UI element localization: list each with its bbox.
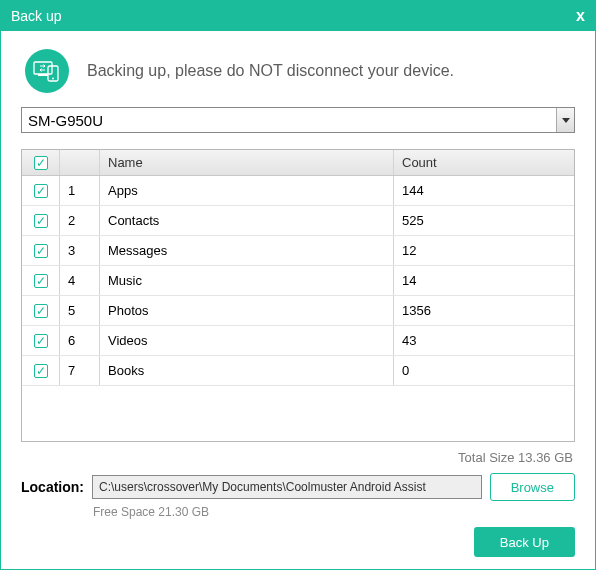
row-count: 1356: [394, 296, 574, 325]
table-row[interactable]: 5Photos1356: [22, 296, 574, 326]
window-title: Back up: [11, 8, 62, 24]
row-number: 2: [60, 206, 100, 235]
table-header: Name Count: [22, 150, 574, 176]
titlebar: Back up x: [1, 1, 595, 31]
table-body: 1Apps1442Contacts5253Messages124Music145…: [22, 176, 574, 441]
row-number: 5: [60, 296, 100, 325]
row-name: Photos: [100, 296, 394, 325]
row-count: 144: [394, 176, 574, 205]
table-row[interactable]: 6Videos43: [22, 326, 574, 356]
table-row[interactable]: 2Contacts525: [22, 206, 574, 236]
banner: Backing up, please do NOT disconnect you…: [1, 31, 595, 107]
row-name: Contacts: [100, 206, 394, 235]
row-number: 1: [60, 176, 100, 205]
backup-window: Back up x Backing up, please do NOT disc…: [0, 0, 596, 570]
row-name: Music: [100, 266, 394, 295]
free-space-label: Free Space 21.30 GB: [93, 505, 595, 519]
row-checkbox[interactable]: [34, 304, 48, 318]
banner-message: Backing up, please do NOT disconnect you…: [87, 62, 454, 80]
row-count: 14: [394, 266, 574, 295]
device-select[interactable]: SM-G950U: [21, 107, 575, 133]
row-checkbox[interactable]: [34, 364, 48, 378]
row-count: 525: [394, 206, 574, 235]
header-number-cell: [60, 150, 100, 175]
browse-button[interactable]: Browse: [490, 473, 575, 501]
row-count: 43: [394, 326, 574, 355]
close-icon[interactable]: x: [576, 7, 585, 25]
location-path-field[interactable]: C:\users\crossover\My Documents\Coolmust…: [92, 475, 482, 499]
row-count: 0: [394, 356, 574, 385]
svg-rect-0: [34, 62, 52, 74]
row-name: Messages: [100, 236, 394, 265]
row-number: 6: [60, 326, 100, 355]
row-number: 7: [60, 356, 100, 385]
svg-point-3: [52, 78, 54, 80]
table-row[interactable]: 3Messages12: [22, 236, 574, 266]
chevron-down-icon[interactable]: [556, 108, 574, 132]
header-checkbox-cell[interactable]: [22, 150, 60, 175]
device-select-value: SM-G950U: [22, 112, 556, 129]
row-number: 3: [60, 236, 100, 265]
header-count-cell[interactable]: Count: [394, 150, 574, 175]
footer: Back Up: [1, 519, 595, 569]
sync-device-icon: [25, 49, 69, 93]
table-row[interactable]: 4Music14: [22, 266, 574, 296]
table-row[interactable]: 7Books0: [22, 356, 574, 386]
row-checkbox[interactable]: [34, 334, 48, 348]
row-count: 12: [394, 236, 574, 265]
svg-rect-1: [38, 74, 48, 76]
row-checkbox[interactable]: [34, 244, 48, 258]
row-checkbox[interactable]: [34, 274, 48, 288]
data-table: Name Count 1Apps1442Contacts5253Messages…: [21, 149, 575, 442]
row-name: Videos: [100, 326, 394, 355]
row-name: Apps: [100, 176, 394, 205]
total-size-label: Total Size 13.36 GB: [1, 450, 573, 465]
header-name-cell[interactable]: Name: [100, 150, 394, 175]
row-name: Books: [100, 356, 394, 385]
location-label: Location:: [21, 479, 84, 495]
select-all-checkbox[interactable]: [34, 156, 48, 170]
row-checkbox[interactable]: [34, 184, 48, 198]
location-row: Location: C:\users\crossover\My Document…: [21, 473, 575, 501]
row-checkbox[interactable]: [34, 214, 48, 228]
row-number: 4: [60, 266, 100, 295]
table-row[interactable]: 1Apps144: [22, 176, 574, 206]
backup-button[interactable]: Back Up: [474, 527, 575, 557]
